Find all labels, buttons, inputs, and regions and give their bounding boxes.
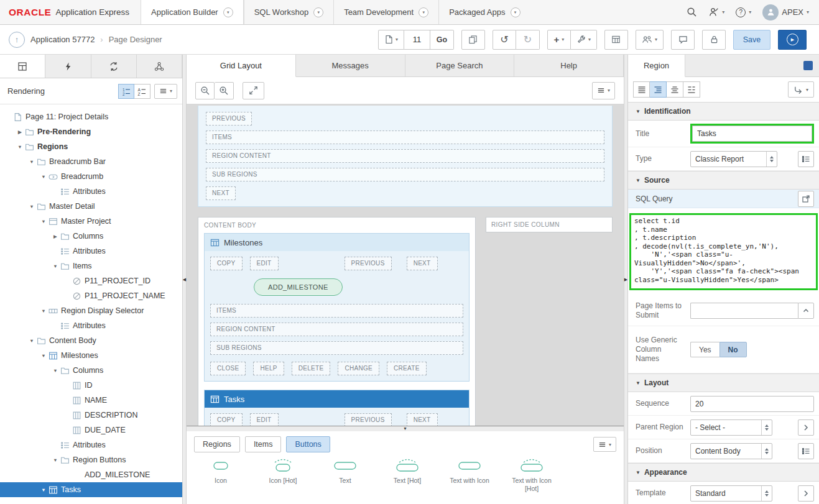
dropdown-chevron-icon[interactable]: ▾ [313, 7, 323, 17]
tree-toggle-icon[interactable]: ▼ [39, 353, 48, 359]
tab-page-search[interactable]: Page Search [405, 55, 515, 76]
title-input[interactable] [692, 126, 812, 142]
tree-toggle-icon[interactable]: ▶ [16, 129, 24, 135]
tree-item-name[interactable]: NAME [0, 393, 182, 408]
tree-item-pre-rendering[interactable]: ▶Pre-Rendering [0, 124, 182, 139]
section-source[interactable]: ▼ Source [628, 171, 819, 190]
gallery-menu-button[interactable]: ▾ [593, 437, 616, 452]
gallery-item-text-with-icon[interactable]: Text with Icon [443, 456, 496, 485]
position-lov-button[interactable] [798, 443, 814, 459]
expand-all-sections-button[interactable] [683, 81, 700, 98]
section-layout[interactable]: ▼ Layout [628, 373, 819, 392]
tree-item-add-milestone[interactable]: ADD_MILESTONE [0, 467, 182, 482]
dropdown-chevron-icon[interactable]: ▾ [419, 7, 428, 17]
placeholder-button-change[interactable]: CHANGE [338, 362, 379, 375]
tab-region[interactable]: Region [628, 55, 685, 77]
top-tab-application-builder[interactable]: Application Builder▾ [141, 0, 244, 24]
section-identification[interactable]: ▼ Identification [628, 102, 819, 121]
placeholder-button-close[interactable]: CLOSE [210, 362, 246, 375]
tree-toggle-icon[interactable]: ▼ [27, 338, 36, 344]
select-spinner-icon[interactable] [761, 486, 772, 501]
toggle-yes-button[interactable]: Yes [690, 342, 720, 357]
layout-slot-items[interactable]: ITEMS [210, 304, 463, 318]
sort-by-order-button[interactable]: 12 [118, 84, 134, 99]
placeholder-button-next[interactable]: NEXT [407, 257, 438, 270]
gallery-item-text-hot[interactable]: Text [Hot] [381, 456, 434, 485]
tree-toggle-icon[interactable]: ▼ [27, 159, 36, 165]
tree-item-master-detail[interactable]: ▼Master Detail [0, 199, 182, 214]
team-dev-menu-button[interactable]: ▾ [636, 30, 664, 50]
dropdown-chevron-icon[interactable]: ▾ [223, 7, 233, 17]
comments-button[interactable] [671, 30, 695, 50]
tab-rendering[interactable] [0, 55, 45, 78]
lock-button[interactable] [702, 30, 726, 50]
administration-menu-button[interactable]: ▾ [708, 7, 724, 17]
add-milestone-button[interactable]: ADD_MILESTONE [254, 278, 343, 296]
tab-grid-layout[interactable]: Grid Layout [187, 55, 296, 77]
parent-region-goto-button[interactable] [798, 419, 814, 436]
tree-item-content-body[interactable]: ▼Content Body [0, 333, 182, 348]
position-select[interactable]: Content Body [690, 443, 772, 459]
tab-help[interactable]: Help [514, 55, 624, 76]
gallery-tab-items[interactable]: Items [245, 436, 282, 452]
tree-menu-button[interactable]: ▾ [154, 84, 177, 99]
utilities-menu-button[interactable]: ▾ [571, 30, 597, 50]
layout-slot-region-content[interactable]: REGION CONTENT [206, 149, 604, 163]
toggle-no-button[interactable]: No [720, 342, 747, 357]
sort-alphabetical-button[interactable]: AZ [134, 84, 150, 99]
placeholder-button-edit[interactable]: EDIT [250, 413, 279, 426]
type-select[interactable]: Classic Report [690, 151, 777, 167]
undo-button[interactable]: ↺ [493, 30, 516, 50]
layout-slot-previous[interactable]: PREVIOUS [206, 112, 252, 126]
left-splitter[interactable]: ◀ [182, 55, 187, 504]
right-side-column-region[interactable]: RIGHT SIDE COLUMN [486, 217, 613, 232]
zoom-out-button[interactable] [195, 82, 215, 99]
tree-item-attributes[interactable]: Attributes [0, 184, 182, 199]
milestones-region-header[interactable]: Milestones [205, 234, 469, 251]
template-goto-button[interactable] [798, 485, 814, 502]
gallery-item-icon[interactable]: Icon [194, 456, 248, 485]
up-to-application-button[interactable]: ↑ [9, 32, 25, 48]
copy-page-button[interactable] [461, 30, 485, 50]
tab-processing[interactable] [91, 55, 137, 78]
tree-item-columns[interactable]: ▶Columns [0, 229, 182, 244]
component-view-button[interactable] [604, 30, 628, 50]
redo-button[interactable]: ↻ [516, 30, 540, 50]
tree-item-region-buttons[interactable]: ▼Region Buttons [0, 452, 182, 467]
help-menu-button[interactable]: ? ▾ [736, 7, 751, 17]
panel-menu-button[interactable] [803, 61, 813, 70]
tree-item-region-display-selector[interactable]: ▼Region Display Selector [0, 303, 182, 318]
tree-toggle-icon[interactable]: ▼ [51, 368, 60, 373]
section-appearance[interactable]: ▼ Appearance [628, 463, 819, 482]
collapse-all-sections-button[interactable] [667, 81, 683, 98]
gallery-splitter[interactable]: ▼ [187, 426, 624, 431]
tree-item-due-date[interactable]: DUE_DATE [0, 423, 182, 438]
right-splitter[interactable]: ▶ [624, 55, 628, 504]
expand-all-button[interactable] [243, 82, 264, 99]
collapse-field-button[interactable] [798, 303, 814, 319]
top-tab-packaged-apps[interactable]: Packaged Apps▾ [438, 0, 530, 24]
go-button[interactable]: Go [430, 30, 454, 50]
layout-slot-items[interactable]: ITEMS [206, 131, 604, 144]
go-to-component-button[interactable]: ▾ [788, 81, 814, 98]
tree-item-attributes[interactable]: Attributes [0, 438, 182, 452]
tree-item-attributes[interactable]: Attributes [0, 318, 182, 333]
sql-query-editor[interactable]: select t.id , t.name , t.description , d… [631, 215, 816, 288]
tree-toggle-icon[interactable]: ▼ [16, 144, 24, 150]
code-editor-button[interactable] [798, 191, 814, 207]
tree-item-breadcrumb-bar[interactable]: ▼Breadcrumb Bar [0, 154, 182, 169]
tree-toggle-icon[interactable]: ▼ [39, 219, 48, 224]
content-body-region[interactable]: CONTENT BODY Milestones COPYEDITPREVIOUS… [198, 217, 476, 426]
gallery-item-icon-hot[interactable]: Icon [Hot] [256, 456, 310, 485]
tree-item-attributes[interactable]: Attributes [0, 244, 182, 259]
page-number-input[interactable] [404, 30, 430, 50]
layout-slot-next[interactable]: NEXT [206, 186, 236, 200]
tree-toggle-icon[interactable]: ▼ [51, 457, 60, 463]
placeholder-button-copy[interactable]: COPY [210, 413, 243, 426]
parent-region-select[interactable]: - Select - [690, 419, 772, 436]
top-tab-sql-workshop[interactable]: SQL Workshop▾ [244, 0, 333, 24]
page-items-input[interactable] [690, 303, 798, 319]
show-all-attributes-button[interactable] [633, 81, 650, 98]
tree-toggle-icon[interactable]: ▼ [39, 308, 48, 314]
user-menu-button[interactable]: APEX ▾ [762, 4, 809, 21]
